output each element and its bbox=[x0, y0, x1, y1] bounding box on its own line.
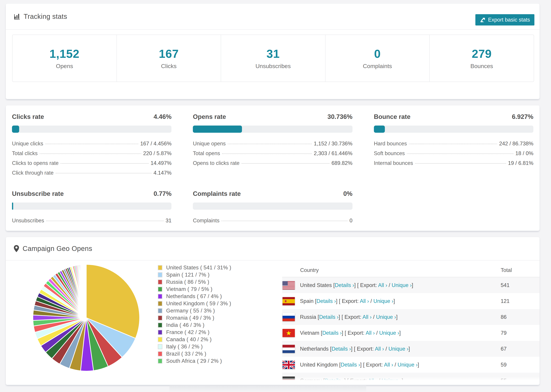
summary-value: 279 bbox=[472, 47, 492, 60]
rate-head-clicks: Clicks rate4.46% bbox=[12, 113, 171, 120]
stat-row-value: 14.497% bbox=[151, 160, 171, 166]
rates-grid: Clicks rate4.46%Unique clicks167 / 4.456… bbox=[6, 105, 540, 227]
country-cell: United Kingdom [Details ›] [ Export: All… bbox=[300, 362, 419, 368]
rate-progress-fill bbox=[12, 126, 19, 133]
legend-swatch bbox=[158, 308, 162, 313]
details-link[interactable]: Details › bbox=[335, 282, 354, 288]
legend-item-vietnam: Vietnam ( 79 / 5% ) bbox=[158, 286, 231, 293]
legend-item-germany: Germany ( 55 / 3% ) bbox=[158, 307, 231, 314]
country-row-text: ] bbox=[418, 362, 419, 368]
export-basic-stats-button[interactable]: Export basic stats bbox=[475, 14, 534, 26]
stat-row-value: 2,303 / 61.446% bbox=[314, 150, 353, 156]
rate-value: 4.46% bbox=[154, 113, 171, 120]
table-row-russia: Russia [Details ›] [ Export: All › / Uni… bbox=[282, 309, 540, 325]
country-row-text: Vietnam [ bbox=[300, 330, 322, 336]
rate-title: Unsubscribe rate bbox=[12, 190, 64, 197]
stat-row-value: 167 / 4.456% bbox=[140, 140, 172, 147]
geo-pie-chart bbox=[31, 263, 141, 372]
country-row-text: ] [ Export: bbox=[339, 314, 363, 320]
country-row-text: ] bbox=[412, 282, 413, 288]
country-cell: Russia [Details ›] [ Export: All › / Uni… bbox=[300, 314, 397, 320]
export-all-link[interactable]: All › bbox=[378, 282, 387, 288]
tracking-stats-card: Tracking stats Export basic stats 1,152O… bbox=[6, 3, 540, 99]
export-button-label: Export basic stats bbox=[488, 17, 530, 23]
rate-title: Bounce rate bbox=[374, 113, 410, 120]
flag-gb-icon bbox=[283, 361, 295, 369]
export-all-link[interactable]: All › bbox=[384, 362, 393, 368]
legend-label: Netherlands ( 67 / 4% ) bbox=[166, 293, 222, 300]
flag-nl-icon bbox=[283, 345, 295, 353]
legend-label: South Africa ( 29 / 2% ) bbox=[166, 358, 222, 364]
export-all-link[interactable]: All › bbox=[368, 378, 377, 384]
rate-head-complaints: Complaints rate0% bbox=[193, 190, 352, 197]
stat-row-label: Unique opens bbox=[193, 140, 226, 147]
legend-swatch bbox=[158, 294, 162, 299]
details-link[interactable]: Details › bbox=[341, 362, 360, 368]
legend-label: India ( 46 / 3% ) bbox=[166, 322, 205, 328]
summary-value: 0 bbox=[374, 47, 381, 60]
stat-row-label: Soft bounces bbox=[374, 150, 405, 156]
export-unique-link[interactable]: Unique › bbox=[397, 362, 417, 368]
rate-stat-row: Total opens2,303 / 61.446% bbox=[193, 150, 352, 160]
details-link[interactable]: Details › bbox=[317, 298, 336, 304]
export-all-link[interactable]: All › bbox=[366, 330, 375, 336]
geo-opens-title: Campaign Geo Opens bbox=[23, 245, 92, 252]
rate-progress-fill bbox=[374, 126, 385, 133]
legend-swatch bbox=[158, 265, 162, 270]
rates-card: Clicks rate4.46%Unique clicks167 / 4.456… bbox=[6, 105, 540, 231]
export-all-link[interactable]: All › bbox=[360, 298, 369, 304]
legend-swatch bbox=[158, 280, 162, 285]
details-link[interactable]: Details › bbox=[319, 314, 339, 320]
export-icon bbox=[480, 17, 486, 23]
country-row-text: Russia [ bbox=[300, 314, 319, 320]
legend-swatch bbox=[158, 301, 162, 306]
details-link[interactable]: Details › bbox=[332, 346, 351, 352]
summary-value: 1,152 bbox=[49, 47, 79, 60]
flag-vn-icon bbox=[283, 329, 295, 337]
map-pin-icon bbox=[13, 245, 20, 253]
export-unique-link[interactable]: Unique › bbox=[373, 298, 393, 304]
legend-label: Germany ( 55 / 3% ) bbox=[166, 308, 215, 314]
export-unique-link[interactable]: Unique › bbox=[376, 314, 396, 320]
dotted-leader bbox=[407, 154, 513, 154]
export-unique-link[interactable]: Unique › bbox=[379, 330, 399, 336]
column-header-country: Country bbox=[282, 267, 319, 273]
summary-label: Bounces bbox=[470, 63, 493, 70]
legend-item-united-states: United States ( 541 / 31% ) bbox=[158, 264, 231, 271]
export-unique-link[interactable]: Unique › bbox=[381, 378, 402, 384]
legend-item-italy: Italy ( 36 / 2% ) bbox=[158, 343, 231, 350]
rate-stat-row: Soft bounces18 / 0% bbox=[374, 150, 533, 160]
geo-header-divider bbox=[6, 260, 540, 260]
summary-value: 167 bbox=[159, 47, 179, 60]
stat-row-label: Unsubscribes bbox=[12, 217, 44, 224]
rate-head-bounce: Bounce rate6.927% bbox=[374, 113, 533, 120]
rate-stat-row: Clicks to opens rate14.497% bbox=[12, 160, 171, 170]
total-cell: 59 bbox=[501, 362, 507, 368]
rate-block-opens: Opens rate30.736%Unique opens1,152 / 30.… bbox=[193, 113, 352, 180]
rate-stat-row: Total clicks220 / 5.87% bbox=[12, 150, 171, 160]
stat-row-value: 19 / 6.81% bbox=[508, 160, 533, 166]
country-row-text: / bbox=[372, 314, 376, 320]
details-link[interactable]: Details › bbox=[325, 378, 344, 384]
stat-row-label: Opens to clicks rate bbox=[193, 160, 239, 166]
geo-opens-card: Campaign Geo Opens United States ( 541 /… bbox=[6, 237, 540, 385]
legend-label: Brazil ( 33 / 2% ) bbox=[166, 351, 206, 357]
dotted-leader bbox=[242, 163, 330, 164]
pie-slice bbox=[86, 264, 86, 318]
header-divider bbox=[6, 29, 540, 30]
country-row-text: ] [ Export: bbox=[342, 330, 366, 336]
rate-stat-row: Opens to clicks rate689.82% bbox=[193, 160, 352, 170]
stat-row-label: Unique clicks bbox=[12, 140, 43, 147]
export-unique-link[interactable]: Unique › bbox=[392, 282, 412, 288]
legend-label: United Kingdom ( 59 / 3% ) bbox=[166, 301, 231, 307]
details-link[interactable]: Details › bbox=[322, 330, 342, 336]
export-all-link[interactable]: All › bbox=[375, 346, 384, 352]
rate-stat-row: Hard bounces242 / 86.738% bbox=[374, 140, 533, 150]
rate-stat-row: Unique opens1,152 / 30.736% bbox=[193, 140, 352, 150]
stat-row-label: Clicks to opens rate bbox=[12, 160, 58, 166]
page: { "colors": { "accent": "#17899e", "link… bbox=[0, 0, 551, 392]
legend-swatch bbox=[158, 330, 162, 335]
export-all-link[interactable]: All › bbox=[362, 314, 372, 320]
dotted-leader bbox=[40, 154, 141, 154]
export-unique-link[interactable]: Unique › bbox=[389, 346, 409, 352]
